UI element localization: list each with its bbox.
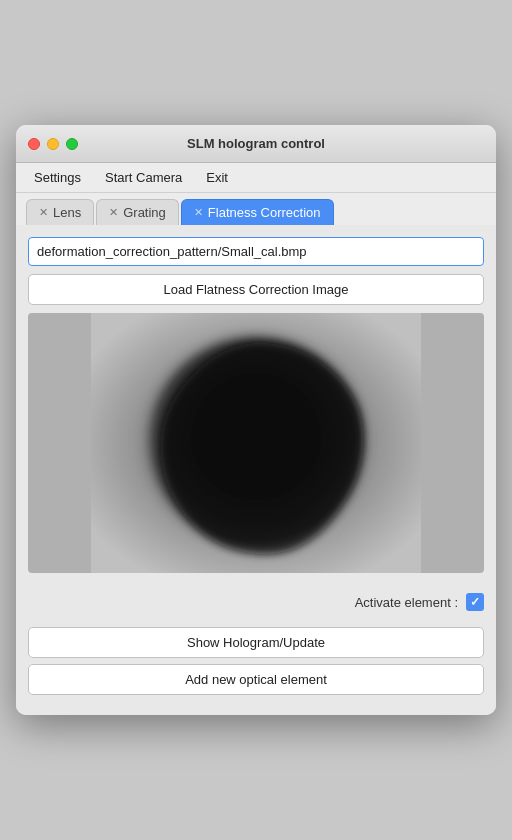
tab-lens[interactable]: ✕ Lens (26, 199, 94, 225)
file-path-input[interactable] (28, 237, 484, 266)
content-area: Load Flatness Correction Image (16, 225, 496, 715)
image-preview (28, 313, 484, 573)
tab-grating-label: Grating (123, 205, 166, 220)
menu-start-camera[interactable]: Start Camera (95, 167, 192, 188)
menu-exit[interactable]: Exit (196, 167, 238, 188)
flatness-image (28, 313, 484, 573)
close-button[interactable] (28, 138, 40, 150)
traffic-lights (28, 138, 78, 150)
title-bar: SLM hologram control (16, 125, 496, 163)
activate-label: Activate element : (355, 595, 458, 610)
show-hologram-button[interactable]: Show Hologram/Update (28, 627, 484, 658)
load-image-button[interactable]: Load Flatness Correction Image (28, 274, 484, 305)
add-optical-element-button[interactable]: Add new optical element (28, 664, 484, 695)
tab-grating[interactable]: ✕ Grating (96, 199, 179, 225)
tab-grating-close-icon[interactable]: ✕ (109, 206, 118, 219)
menu-bar: Settings Start Camera Exit (16, 163, 496, 193)
minimize-button[interactable] (47, 138, 59, 150)
bottom-buttons: Show Hologram/Update Add new optical ele… (28, 623, 484, 703)
tab-flatness-close-icon[interactable]: ✕ (194, 206, 203, 219)
activate-checkbox[interactable]: ✓ (466, 593, 484, 611)
menu-settings[interactable]: Settings (24, 167, 91, 188)
checkmark-icon: ✓ (470, 596, 480, 608)
tab-bar: ✕ Lens ✕ Grating ✕ Flatness Correction (16, 193, 496, 225)
window-title: SLM hologram control (187, 136, 325, 151)
tab-lens-label: Lens (53, 205, 81, 220)
activate-row: Activate element : ✓ (28, 589, 484, 615)
maximize-button[interactable] (66, 138, 78, 150)
tab-flatness-correction[interactable]: ✕ Flatness Correction (181, 199, 334, 225)
main-window: SLM hologram control Settings Start Came… (16, 125, 496, 715)
tab-flatness-label: Flatness Correction (208, 205, 321, 220)
tab-lens-close-icon[interactable]: ✕ (39, 206, 48, 219)
